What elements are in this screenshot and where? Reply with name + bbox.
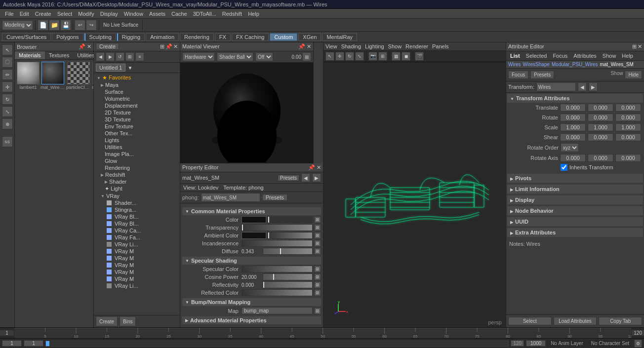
move-icon[interactable]: ✛: [2, 81, 13, 92]
prop-incandescence-slider[interactable]: ⊞: [242, 240, 321, 247]
tab-mentalray[interactable]: MentalRay: [322, 33, 357, 41]
rotate-icon[interactable]: ↻: [2, 94, 13, 105]
tree-item-2dtex[interactable]: 2D Texture: [95, 109, 179, 116]
transparency-track[interactable]: [242, 224, 313, 231]
outliner-expand-icon[interactable]: ⊞: [160, 43, 164, 50]
ae-arrow-right-icon[interactable]: ▶: [589, 82, 598, 91]
ambient-check[interactable]: ⊞: [314, 232, 321, 239]
color-slider-track[interactable]: [268, 216, 313, 223]
tree-item-imagepla[interactable]: Image Pla...: [95, 151, 179, 157]
tree-item-volumetric[interactable]: Volumetric: [95, 95, 179, 102]
bc-wires[interactable]: Wires: [508, 62, 521, 67]
menu-edit[interactable]: Edit: [17, 11, 32, 17]
shear-y[interactable]: [588, 133, 613, 141]
menu-3dtoall[interactable]: 3DToAll...: [190, 11, 219, 17]
ae-tab-help[interactable]: Help: [620, 52, 635, 59]
tree-item-favorites[interactable]: ★ Favorites: [95, 74, 179, 81]
presets-btn2[interactable]: Presets: [262, 194, 287, 201]
tree-item-redshift[interactable]: Redshift: [95, 171, 179, 178]
ae-presets-button[interactable]: Presets: [530, 71, 554, 79]
browser-close-icon[interactable]: ✕: [87, 43, 91, 50]
vp-rotate-icon[interactable]: ↻: [345, 52, 354, 61]
pe-close-icon[interactable]: ✕: [317, 164, 321, 171]
rotate-y[interactable]: [588, 114, 613, 121]
outliner-pin-icon[interactable]: 📌: [165, 43, 172, 50]
mat-item-lambert1[interactable]: lambert1: [17, 62, 40, 90]
outliner-sort-icon[interactable]: ≡: [135, 52, 144, 61]
tree-stingra[interactable]: Stingra...: [105, 206, 179, 213]
viewport-menu-view[interactable]: View: [325, 43, 337, 49]
tree-item-glow[interactable]: Glow: [95, 157, 179, 164]
tree-vray-m5[interactable]: VRay M: [105, 275, 179, 282]
tab-sculpting[interactable]: Sculpting: [84, 33, 116, 41]
diffuse-track[interactable]: [263, 248, 313, 255]
tab-rendering[interactable]: Rendering: [180, 33, 214, 41]
ball-type-select[interactable]: Shader Ball: [217, 52, 253, 61]
reflect-track[interactable]: [263, 281, 313, 288]
bc-matwires[interactable]: mat_Wires_SM: [600, 62, 633, 67]
translate-z[interactable]: [615, 104, 641, 112]
create-button[interactable]: Create: [96, 316, 118, 326]
rotate-axis-y[interactable]: [588, 154, 613, 162]
tree-item-utilities[interactable]: Utilities: [95, 144, 179, 151]
presets-button[interactable]: Presets: [278, 175, 299, 181]
outliner-prev-icon[interactable]: ◀: [96, 52, 105, 61]
mat-item-wires[interactable]: mat_Wires_...: [40, 62, 65, 90]
tree-item-envtex[interactable]: Env Texture: [95, 123, 179, 130]
refcolor-check[interactable]: ⊞: [314, 289, 321, 296]
menu-display[interactable]: Display: [97, 11, 121, 17]
outliner-tab-chevron[interactable]: ▼: [127, 65, 132, 71]
range-slider[interactable]: [45, 341, 509, 347]
scale-icon[interactable]: ⤡: [2, 106, 13, 117]
save-icon[interactable]: 💾: [60, 20, 71, 31]
viewport-menu-show[interactable]: Show: [388, 43, 402, 49]
tree-vray-m4[interactable]: VRay M: [105, 269, 179, 275]
shear-x[interactable]: [560, 133, 586, 141]
prop-phong-name-input[interactable]: [201, 193, 260, 202]
tree-shader[interactable]: Shader...: [105, 199, 179, 206]
mat-item-shader-glow[interactable]: shaderGlow1: [92, 62, 93, 90]
bump-check[interactable]: ⊞: [314, 308, 321, 314]
ae-select-button[interactable]: Select: [508, 317, 552, 325]
tree-vray-bl2[interactable]: VRay Bl...: [105, 220, 179, 227]
tree-vray-li2[interactable]: VRay Li...: [105, 282, 179, 289]
ae-load-button[interactable]: Load Attributes: [554, 317, 597, 325]
menu-help[interactable]: Help: [245, 11, 262, 17]
cosine-track[interactable]: [263, 273, 313, 280]
tree-item-surface[interactable]: Surface: [95, 88, 179, 95]
tree-vray-bl1[interactable]: VRay Bl...: [105, 213, 179, 220]
menu-create[interactable]: Create: [32, 11, 54, 17]
browser-tab-textures[interactable]: Textures: [45, 51, 74, 59]
universal-manip-icon[interactable]: ⊕: [2, 118, 13, 129]
soft-select-icon[interactable]: SS: [2, 136, 13, 147]
timeline-ruler[interactable]: 5 10 15 20 25 30 35 40 45 50 55 60 65 70…: [14, 328, 631, 338]
mv-close-icon[interactable]: ✕: [307, 43, 311, 50]
attr-section-extra-header[interactable]: Extra Attributes: [507, 228, 643, 237]
scale-z[interactable]: [615, 123, 641, 131]
refcolor-track[interactable]: [242, 289, 313, 296]
shader-type-select[interactable]: Hardware: [182, 52, 215, 61]
tree-item-maya[interactable]: Maya: [95, 81, 179, 88]
outliner-close-icon[interactable]: ✕: [173, 43, 178, 50]
tree-vray-m2[interactable]: VRay M: [105, 255, 179, 262]
open-icon[interactable]: 📁: [49, 20, 60, 31]
mv-pin-icon[interactable]: 📌: [298, 43, 305, 50]
rotate-order-select[interactable]: xyz: [561, 143, 579, 152]
ae-copy-button[interactable]: Copy Tab: [599, 317, 642, 325]
speccolor-track[interactable]: [242, 266, 313, 272]
tree-item-light[interactable]: ✦ Light: [95, 185, 179, 193]
vp-camera-icon[interactable]: 📷: [368, 52, 377, 61]
mat-item-particle[interactable]: particleClo...: [66, 62, 91, 90]
new-file-icon[interactable]: 📄: [38, 20, 48, 31]
rotate-z[interactable]: [615, 114, 641, 121]
color-swatch[interactable]: [242, 216, 266, 223]
tab-xgen[interactable]: XGen: [298, 33, 321, 41]
range-start-input[interactable]: [2, 340, 22, 347]
redo-icon[interactable]: ↪: [86, 20, 97, 31]
select-tool-icon[interactable]: ↖: [2, 44, 13, 55]
ae-transform-input[interactable]: [536, 82, 576, 91]
ae-tab-list[interactable]: List: [508, 52, 522, 59]
color-check-btn[interactable]: ⊞: [314, 216, 321, 223]
viewport-menu-shading[interactable]: Shading: [341, 43, 361, 49]
outliner-grid-icon[interactable]: ⊞: [125, 52, 134, 61]
